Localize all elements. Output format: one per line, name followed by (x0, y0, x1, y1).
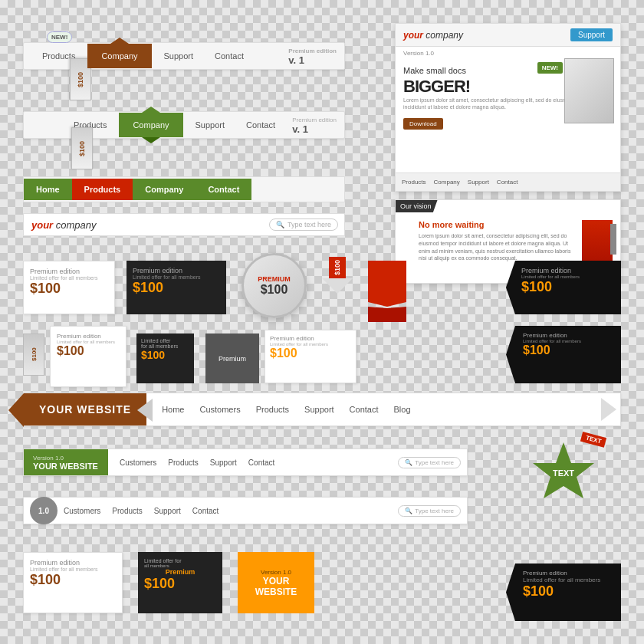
search-icon-gray: 🔍 (405, 508, 412, 514)
brand-your: your (403, 30, 423, 41)
nav3-contact[interactable]: Contact (196, 179, 251, 200)
gray-search[interactable]: 🔍 Type text here (398, 505, 461, 517)
price-1: $100 (30, 281, 108, 297)
premium-text: PREMIUM (258, 275, 291, 283)
nav2-company[interactable]: Company (119, 113, 182, 137)
green-nav-support[interactable]: Support (210, 458, 237, 467)
green-nav-bar: Version 1.0 YOUR WEBSITE Customers Produ… (23, 449, 468, 476)
bottom-premium-dark: Premium (144, 568, 216, 576)
nav1-contact[interactable]: Contact (204, 45, 255, 67)
search-icon-green: 🔍 (405, 459, 412, 466)
tr-nav-company[interactable]: Company (434, 179, 460, 186)
new-badge: NEW! (47, 31, 72, 43)
bottom-right-price: $100 (523, 583, 615, 600)
nav3-company[interactable]: Company (133, 179, 196, 200)
new-badge-top-right: NEW! (537, 62, 563, 74)
green-nav-products[interactable]: Products (168, 458, 198, 467)
nav2-price-badge: $100 (71, 127, 93, 169)
price-med-dark: $100 (523, 343, 615, 357)
download-button[interactable]: Download (403, 118, 443, 130)
price-page: $100 (57, 344, 120, 358)
bottom-price: $100 (30, 572, 116, 588)
nav1-version: Premium edition v. 1 (288, 46, 337, 66)
vision-title: No more waiting (419, 220, 576, 229)
bottom-badge-dark: Limited offer for all members Premium $1… (138, 552, 222, 613)
tr-nav-contact[interactable]: Contact (497, 179, 518, 186)
nav1-company[interactable]: Company (87, 44, 151, 68)
nav1-support[interactable]: Support (153, 45, 205, 67)
main-nav-home[interactable]: Home (162, 405, 184, 414)
bottom-site-name: YOUR WEBSITE (244, 576, 308, 597)
bottom-edition-label: Premium edition (30, 559, 116, 567)
bottom-limited-label: Limited offer for all members (30, 567, 116, 572)
search-box[interactable]: 🔍 Type text here (269, 219, 338, 231)
nav2-contact[interactable]: Contact (235, 114, 286, 136)
green-nav-items: Customers Products Support Contact (108, 458, 398, 467)
star-badge-container: TEXT TEXT (529, 439, 598, 508)
edition-label-page: Premium edition (57, 333, 120, 340)
edition-label-3: Premium edition (521, 267, 615, 274)
bottom-right-limited: Limited offer for all members (523, 577, 615, 583)
green-nav-contact[interactable]: Contact (248, 458, 274, 467)
fabric-fold (368, 307, 406, 322)
star-shape-wrapper: TEXT TEXT (529, 439, 598, 508)
premium-section: Premium edition Limited offer for all me… (23, 253, 621, 406)
green-nav-customers[interactable]: Customers (120, 458, 156, 467)
star-text: TEXT (553, 468, 574, 478)
badge-med-white: Premium edition Limited offer for all me… (264, 330, 356, 383)
edition-med-dark: Premium edition (523, 332, 615, 339)
search-placeholder: Type text here (288, 221, 331, 228)
gray-nav-products[interactable]: Products (112, 507, 142, 515)
price-3: $100 (521, 279, 615, 295)
nav1-items: NEW! Products Company Support Contact (24, 44, 255, 68)
nav3-products[interactable]: Products (72, 179, 133, 200)
gray-nav-contact[interactable]: Contact (192, 507, 219, 515)
nav-arrow-left (137, 399, 153, 422)
badge-fabric (368, 261, 406, 322)
gray-nav-items: Customers Products Support Contact (64, 507, 398, 515)
tr-nav-products[interactable]: Products (402, 179, 426, 186)
brand-colored: your (31, 219, 53, 231)
gray-nav-customers[interactable]: Customers (64, 507, 100, 515)
nav2-version: Premium edition v. 1 (292, 115, 337, 135)
badge-new-small: $100 (23, 334, 44, 376)
brand-name: your company (24, 219, 97, 231)
nav-bar-2: $100 Products Company Support Contact Pr… (23, 111, 345, 139)
product-image (564, 58, 614, 123)
bottom-limited-dark: Limited offer for (144, 558, 216, 564)
nav2-support[interactable]: Support (185, 114, 236, 136)
fabric-top (368, 261, 406, 307)
badge-med-dark: Premium edition Limited offer for all me… (506, 326, 621, 383)
nav-bar-3: Home Products Company Contact (23, 176, 345, 202)
main-nav-products[interactable]: Products (256, 405, 289, 414)
top-right-body: Make small docs BIGGER! Lorem ipsum dolo… (396, 60, 620, 136)
gray-nav-bar: 1.0 Customers Products Support Contact 🔍… (23, 497, 468, 524)
support-button[interactable]: Support (570, 28, 613, 41)
edition-med: Premium edition (270, 335, 351, 342)
bottom-badge-orange: Version 1.0 YOUR WEBSITE (238, 552, 314, 613)
badge-white-1: Premium edition Limited offer for all me… (23, 261, 115, 314)
badge-gray: Premium (205, 334, 259, 383)
main-nav-customers[interactable]: Customers (199, 405, 240, 414)
nav2-items: Products Company Support Contact (24, 113, 286, 137)
main-nav-brand: YOUR WEBSITE (24, 393, 146, 426)
price-med: $100 (270, 347, 351, 360)
main-nav-blog[interactable]: Blog (394, 405, 411, 414)
top-right-header: your company Support (396, 24, 620, 47)
bottom-price-dark: $100 (144, 576, 216, 592)
tr-nav-support[interactable]: Support (468, 179, 489, 186)
price-sm: $100 (141, 349, 189, 361)
green-search[interactable]: 🔍 Type text here (398, 457, 461, 468)
top-right-nav: Products Company Support Contact (396, 172, 620, 191)
badge-arrow: $100 (322, 257, 353, 318)
main-nav-contact[interactable]: Contact (350, 405, 379, 414)
gray-search-placeholder: Type text here (415, 508, 454, 514)
nav3-home[interactable]: Home (24, 179, 72, 200)
bottom-version: Version 1.0 (261, 569, 291, 576)
top-right-brand: your company (403, 30, 463, 41)
gray-nav-support[interactable]: Support (154, 507, 181, 515)
nav-arrow-right (601, 398, 616, 421)
main-nav-support[interactable]: Support (304, 405, 334, 414)
limited-label-2: Limited offer for all members (133, 274, 220, 280)
bottom-badge-right: Premium edition Limited offer for all me… (506, 564, 621, 621)
